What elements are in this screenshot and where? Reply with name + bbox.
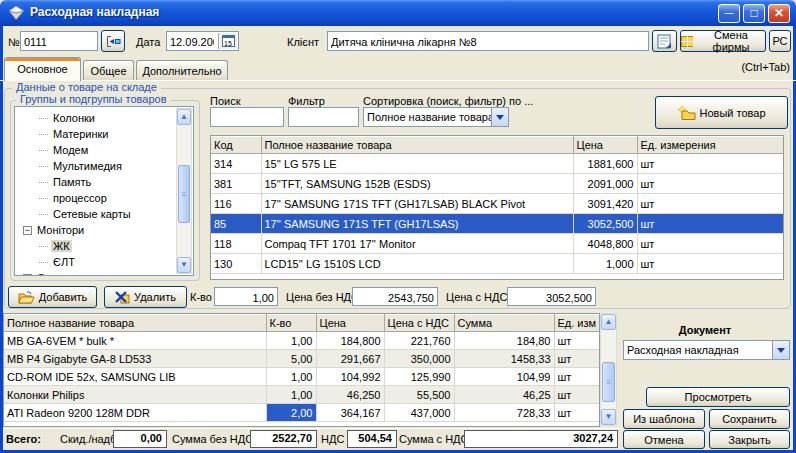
product-tree[interactable]: КолонкиМатеринкиМодемМультимедияПамятьпр… xyxy=(14,106,194,276)
collapse-icon[interactable]: − xyxy=(23,226,32,235)
table-row[interactable]: CD-ROM IDE 52x, SAMSUNG LIB1,00104,99212… xyxy=(4,368,600,386)
table-cell[interactable]: CD-ROM IDE 52x, SAMSUNG LIB xyxy=(4,368,266,386)
table-cell[interactable]: 118 xyxy=(211,234,261,254)
expand-icon[interactable]: + xyxy=(23,274,32,276)
table-cell[interactable]: 125,990 xyxy=(384,368,454,386)
table-row[interactable]: ATI Radeon 9200 128M DDR2,00364,167437,0… xyxy=(4,404,600,422)
table-cell[interactable]: шт xyxy=(637,214,783,234)
table-cell[interactable]: 55,500 xyxy=(384,386,454,404)
scroll-up-icon[interactable]: ▲ xyxy=(177,109,191,125)
table-cell[interactable]: 314 xyxy=(211,154,261,174)
tab-additional[interactable]: Дополнительно xyxy=(136,60,228,81)
table-cell[interactable]: шт xyxy=(554,368,600,386)
delete-button[interactable]: Удалить xyxy=(104,286,187,308)
tree-item[interactable]: процессор xyxy=(17,190,175,206)
table-cell[interactable]: 221,760 xyxy=(384,332,454,350)
table-cell[interactable]: 17'' SAMSUNG 171S TFT (GH17LSAB) BLACK P… xyxy=(261,194,573,214)
calendar-button[interactable]: 15 xyxy=(218,33,237,49)
price-vat-input[interactable] xyxy=(508,290,595,307)
table-cell[interactable]: шт xyxy=(554,350,600,368)
table-cell[interactable]: 15''TFT, SAMSUNG 152B (ESDS) xyxy=(261,174,573,194)
tree-scroll-thumb[interactable]: ≡ xyxy=(178,165,190,223)
tree-item[interactable]: ЖК xyxy=(17,238,175,254)
tree-item[interactable]: Колонки xyxy=(17,110,175,126)
qty-input[interactable] xyxy=(215,290,277,307)
tree-item[interactable]: +Оргтехника xyxy=(17,270,175,275)
save-button[interactable]: Сохранить xyxy=(709,409,790,429)
table-cell[interactable]: Колонки Philips xyxy=(4,386,266,404)
table-row[interactable]: 38115''TFT, SAMSUNG 152B (ESDS)2091,000ш… xyxy=(211,174,783,194)
table-cell[interactable]: 437,000 xyxy=(384,404,454,422)
table-cell[interactable]: MB GA-6VEM * bulk * xyxy=(4,332,266,350)
tree-item[interactable]: ЄЛТ xyxy=(17,254,175,270)
table-cell[interactable]: 1458,33 xyxy=(454,350,554,368)
table-cell[interactable]: 5,00 xyxy=(266,350,316,368)
table-row[interactable]: MB GA-6VEM * bulk *1,00184,800221,760184… xyxy=(4,332,600,350)
invoice-scrollbar[interactable]: ▲ ≡ ▼ xyxy=(600,313,617,426)
table-cell[interactable]: 364,167 xyxy=(316,404,384,422)
change-firm-button[interactable]: Смена фирмы xyxy=(680,30,766,52)
table-cell[interactable]: 184,800 xyxy=(316,332,384,350)
scroll-down-icon[interactable]: ▼ xyxy=(177,257,191,273)
table-cell[interactable]: 46,25 xyxy=(454,386,554,404)
table-row[interactable]: 8517'' SAMSUNG 171S TFT (GH17LSAS)3052,5… xyxy=(211,214,783,234)
new-product-button[interactable]: Новый товар xyxy=(655,96,788,129)
table-cell[interactable]: ATI Radeon 9200 128M DDR xyxy=(4,404,266,422)
table-row[interactable]: MB P4 Gigabyte GA-8 LD5335,00291,667350,… xyxy=(4,350,600,368)
table-cell[interactable]: шт xyxy=(637,234,783,254)
table-cell[interactable]: 46,250 xyxy=(316,386,384,404)
filter-input[interactable] xyxy=(289,109,358,127)
table-cell[interactable]: 2,00 xyxy=(266,404,316,422)
table-cell[interactable]: 1,00 xyxy=(266,368,316,386)
table-cell[interactable]: шт xyxy=(637,174,783,194)
table-cell[interactable]: 3052,500 xyxy=(573,214,637,234)
table-cell[interactable]: 116 xyxy=(211,194,261,214)
tree-item[interactable]: Материнки xyxy=(17,126,175,142)
table-row[interactable]: 11617'' SAMSUNG 171S TFT (GH17LSAB) BLAC… xyxy=(211,194,783,214)
pc-button[interactable]: РС xyxy=(769,30,791,52)
table-cell[interactable]: 130 xyxy=(211,254,261,274)
tree-item[interactable]: −Монітори xyxy=(17,222,175,238)
table-cell[interactable]: 104,99 xyxy=(454,368,554,386)
from-template-button[interactable]: Из шаблона xyxy=(623,409,705,429)
number-input[interactable] xyxy=(21,33,97,51)
minimize-button[interactable]: ─ xyxy=(718,4,740,23)
table-cell[interactable]: шт xyxy=(637,254,783,274)
sort-combobox[interactable]: Полное название товара xyxy=(363,107,509,127)
tree-item[interactable]: Память xyxy=(17,174,175,190)
client-input[interactable] xyxy=(328,33,648,51)
table-cell[interactable]: шт xyxy=(554,404,600,422)
date-input[interactable] xyxy=(167,33,217,51)
table-cell[interactable]: 291,667 xyxy=(316,350,384,368)
table-cell[interactable]: 85 xyxy=(211,214,261,234)
table-cell[interactable]: 1,000 xyxy=(573,254,637,274)
document-type-combobox[interactable]: Расходная накладная xyxy=(623,340,790,360)
close-button[interactable]: ✕ xyxy=(768,4,790,23)
cancel-button[interactable]: Отмена xyxy=(623,430,705,449)
table-row[interactable]: 118Compaq TFT 1701 17'' Monitor4048,800ш… xyxy=(211,234,783,254)
table-cell[interactable]: шт xyxy=(554,386,600,404)
tree-scrollbar[interactable]: ▲ ≡ ▼ xyxy=(176,108,192,274)
table-row[interactable]: 31415'' LG 575 LE1881,600шт xyxy=(211,154,783,174)
tree-item[interactable]: Сетевые карты xyxy=(17,206,175,222)
preview-button[interactable]: Просмотреть xyxy=(646,387,790,407)
table-cell[interactable]: LCD15'' LG 1510S LCD xyxy=(261,254,573,274)
search-input[interactable] xyxy=(211,109,283,127)
chevron-down-icon[interactable] xyxy=(772,341,789,359)
renumber-button[interactable] xyxy=(101,30,125,52)
table-row[interactable]: Колонки Philips1,0046,25055,50046,25шт xyxy=(4,386,600,404)
tree-item[interactable]: Мультимедия xyxy=(17,158,175,174)
table-cell[interactable]: 1,00 xyxy=(266,332,316,350)
invoice-table-wrap[interactable]: Полное название товараК-воЦенаЦена с НДС… xyxy=(3,313,600,427)
chevron-down-icon[interactable] xyxy=(491,108,508,126)
table-cell[interactable]: 2091,000 xyxy=(573,174,637,194)
scroll-up-icon[interactable]: ▲ xyxy=(601,314,616,330)
table-cell[interactable]: 381 xyxy=(211,174,261,194)
table-cell[interactable]: 15'' LG 575 LE xyxy=(261,154,573,174)
tree-item[interactable]: Модем xyxy=(17,142,175,158)
close-invoice-button[interactable]: Закрыть xyxy=(709,430,790,449)
invoice-scroll-thumb[interactable]: ≡ xyxy=(602,362,615,402)
table-cell[interactable]: 350,000 xyxy=(384,350,454,368)
table-cell[interactable]: MB P4 Gigabyte GA-8 LD533 xyxy=(4,350,266,368)
price-no-vat-input[interactable] xyxy=(353,290,437,307)
